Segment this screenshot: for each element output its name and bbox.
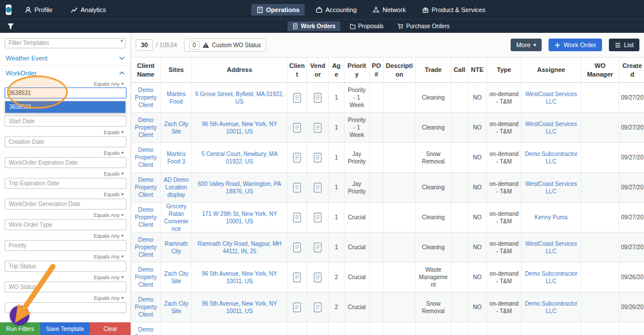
site-link[interactable]: Zach City Site <box>163 120 190 135</box>
operator-select[interactable]: Equals Any▾ <box>0 212 131 219</box>
operator-select[interactable]: Equals▾ <box>0 170 131 178</box>
cell-client-doc[interactable] <box>288 83 307 112</box>
client-name-link[interactable]: Demo Property Client <box>133 296 159 318</box>
column-header-vendor[interactable]: Vendor <box>307 58 329 82</box>
app-logo[interactable] <box>6 5 12 15</box>
operator-select[interactable]: Equals▾ <box>0 150 131 157</box>
cell-client-doc[interactable] <box>288 203 307 232</box>
cell-vendor-doc[interactable] <box>307 83 329 112</box>
operator-select[interactable]: Equals▾ <box>0 191 131 199</box>
cell-vendor-doc[interactable] <box>307 233 329 262</box>
filter-icon[interactable] <box>7 22 14 30</box>
cell-client-doc[interactable] <box>288 262 307 292</box>
subnav-purchase-orders[interactable]: Purchase Orders <box>393 21 454 31</box>
address-link[interactable]: 600 Valley Road, Warrington, PA 18976, U… <box>194 180 285 195</box>
add-work-order-button[interactable]: Work Order <box>549 39 602 51</box>
filter-input-trip-expiration-date[interactable] <box>5 178 126 189</box>
document-icon[interactable] <box>293 93 301 103</box>
dropdown-option[interactable]: 3638531 <box>5 101 125 113</box>
operator-select[interactable]: Equals Any▾ <box>0 233 131 240</box>
document-icon[interactable] <box>313 302 322 313</box>
cell-vendor-doc[interactable] <box>307 173 329 202</box>
column-header-address[interactable]: Address <box>192 58 288 82</box>
operator-select[interactable]: Equals Any▾ <box>0 295 131 302</box>
site-link[interactable]: Martins Food <box>163 90 190 105</box>
assignee-link[interactable]: WestCoast Services LLC <box>523 120 579 135</box>
nav-products-services[interactable]: Product & Services <box>417 4 491 16</box>
cell-client-doc[interactable] <box>288 173 307 202</box>
client-name-link[interactable]: Demo Property Client <box>133 236 159 258</box>
column-header-priority[interactable]: Priority <box>344 58 370 82</box>
column-header-description[interactable]: Description <box>384 58 416 82</box>
assignee-link[interactable]: WestCoast Services LLC <box>523 90 579 105</box>
column-header-trade[interactable]: Trade <box>416 58 451 82</box>
section-workorder[interactable]: WorkOrder <box>0 66 131 80</box>
client-name-link[interactable]: Demo Property Client <box>133 116 159 139</box>
cell-vendor-doc[interactable] <box>307 113 329 142</box>
save-template-button[interactable]: Save Template <box>40 322 90 335</box>
operator-select[interactable]: Equals Any▾ <box>0 274 131 281</box>
address-link[interactable]: 96 5th Avenue, New York, NY 10011, US <box>194 270 285 285</box>
document-icon[interactable] <box>293 182 301 193</box>
nav-operations[interactable]: Operations <box>251 4 305 16</box>
assignee-link[interactable]: WestCoast Services LLC <box>523 180 579 195</box>
filter-input-trip-status[interactable] <box>5 261 126 272</box>
filter-templates-select[interactable] <box>5 38 126 48</box>
site-link[interactable]: Zach City Site <box>163 300 190 315</box>
workorder-number-input[interactable] <box>5 87 126 98</box>
client-name-link[interactable]: Demo Property Client <box>133 326 159 335</box>
address-link[interactable]: 5 Grove Street, Byfield, MA 01922, US <box>194 90 285 105</box>
site-link[interactable]: AD Demo Location display <box>163 176 190 199</box>
document-icon[interactable] <box>313 93 322 103</box>
address-link[interactable]: 5 Central Court, Newbury, MA 01922, US <box>194 150 285 165</box>
document-icon[interactable] <box>293 272 301 283</box>
cell-client-doc[interactable] <box>288 143 307 172</box>
filter-input-priority[interactable] <box>5 240 126 251</box>
filter-input-wo-status[interactable] <box>5 281 126 292</box>
section-weather-event[interactable]: Weather Event <box>0 51 131 66</box>
column-header-client[interactable]: Client <box>288 58 307 82</box>
custom-wo-status-toggle[interactable]: 0 Custom WO Status <box>184 39 266 52</box>
client-name-link[interactable]: Demo Property Client <box>133 176 159 199</box>
document-icon[interactable] <box>313 182 322 193</box>
operator-select[interactable]: Equals▾ <box>0 129 131 136</box>
document-icon[interactable] <box>313 153 322 163</box>
site-link[interactable]: Grocery Ratan Convenience <box>163 203 190 232</box>
column-header-sites[interactable]: Sites <box>161 58 192 82</box>
subnav-work-orders[interactable]: Work Orders <box>288 21 340 31</box>
column-header-age[interactable]: Age <box>329 58 344 82</box>
client-name-link[interactable]: Demo Property Client <box>133 266 159 288</box>
assignee-link[interactable]: Demo Subcontractor LLC <box>523 150 579 165</box>
cell-vendor-doc[interactable] <box>307 143 329 172</box>
cell-client-doc[interactable] <box>288 292 307 322</box>
start-date-input[interactable] <box>5 116 126 127</box>
document-icon[interactable] <box>293 153 301 163</box>
address-link[interactable]: 96 5th Avenue, New York, NY 10011, US <box>194 120 285 135</box>
column-header-po-[interactable]: PO # <box>370 58 384 82</box>
filter-input-workorder-generation-date[interactable] <box>5 199 126 210</box>
client-name-link[interactable]: Demo Property Client <box>133 146 159 169</box>
list-view-button[interactable]: List <box>609 39 639 51</box>
cell-vendor-doc[interactable] <box>307 262 329 292</box>
assignee-link[interactable]: Kenny Puma <box>535 214 568 221</box>
cell-client-doc[interactable] <box>288 233 307 262</box>
column-header-assignee[interactable]: Assignee <box>522 58 581 82</box>
document-icon[interactable] <box>293 242 301 253</box>
clear-button[interactable]: Clear <box>90 322 131 335</box>
document-icon[interactable] <box>293 123 301 133</box>
cell-client-doc[interactable] <box>288 113 307 142</box>
address-link[interactable]: Ramnath City Road, Nagpur, MH 44111, IN,… <box>194 240 285 255</box>
client-name-link[interactable]: Demo Property Client <box>133 206 159 229</box>
assignee-link[interactable]: WestCoast Services LLC <box>523 240 579 255</box>
column-header-type[interactable]: Type <box>487 58 522 82</box>
site-link[interactable]: Martins Food 3 <box>163 150 190 165</box>
nav-network[interactable]: Network <box>367 4 411 16</box>
operator-select[interactable]: Equals Any▾ <box>0 253 131 261</box>
workorder-operator-select[interactable]: Equals Any ▾ <box>0 80 131 87</box>
document-icon[interactable] <box>313 123 322 133</box>
assignee-link[interactable]: Demo Subcontractor LLC <box>523 270 579 285</box>
document-icon[interactable] <box>313 242 322 253</box>
column-header-created[interactable]: Created <box>619 58 644 82</box>
site-link[interactable]: Ramnath City <box>163 240 190 255</box>
assignee-link[interactable]: Demo Subcontractor LLC <box>523 300 579 315</box>
